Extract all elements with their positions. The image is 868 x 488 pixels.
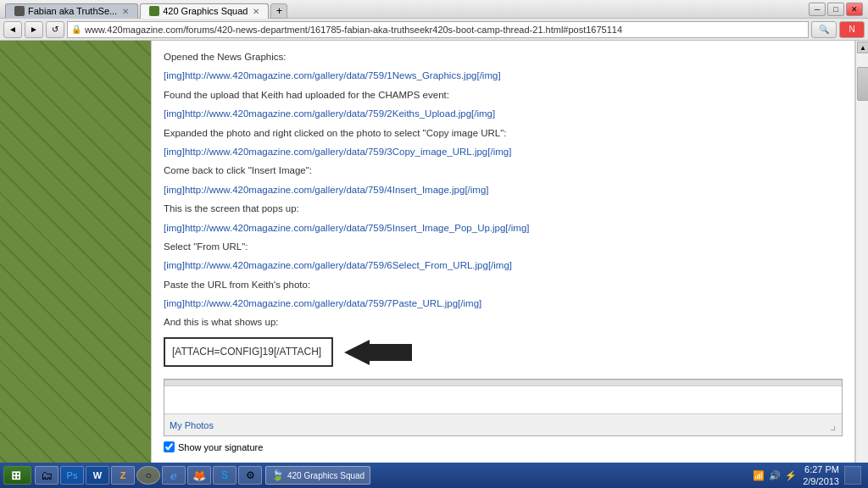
post-link-1[interactable]: [img]http://www.420magazine.com/gallery/… [164,70,501,80]
post-line-1: [img]http://www.420magazine.com/gallery/… [164,68,843,83]
taskbar-right: 📶 🔊 ⚡ 6:27 PM 2/9/2013 [752,463,865,488]
tab-close-1[interactable]: ✕ [253,7,259,16]
post-line-14: And this is what shows up: [164,314,843,330]
minimize-button[interactable]: ─ [809,3,826,16]
reload-button[interactable]: ↺ [46,21,64,38]
attach-code-text: [ATTACH=CONFIG]19[/ATTACH] [172,346,321,358]
attach-box-container: [ATTACH=CONFIG]19[/ATTACH] [164,337,843,367]
taskbar-window-favicon: 🍃 [271,469,284,481]
browser-viewport: Opened the News Graphics: [img]http://ww… [0,41,868,468]
tab-bar: Fabian aka TruthSe... ✕ 420 Graphics Squ… [5,0,287,19]
taskbar-app-fox[interactable]: 🦊 [187,466,211,485]
taskbar-app-other[interactable]: ⚙ [238,466,262,485]
security-icon: 🔒 [71,25,81,34]
tray-icon-volume[interactable]: 🔊 [768,469,782,482]
tab-close-0[interactable]: ✕ [122,7,129,16]
window-controls: ─ □ ✕ [809,3,863,16]
svg-marker-0 [344,340,412,365]
system-tray: 📶 🔊 ⚡ [752,469,798,482]
post-line-2: Found the upload that Keith had uploaded… [164,87,843,103]
system-clock[interactable]: 6:27 PM 2/9/2013 [803,463,839,488]
editor-toolbar [164,380,842,385]
scroll-thumb[interactable] [857,67,868,101]
tab-label-1: 420 Graphics Squad [163,6,248,16]
taskbar-open-420-window[interactable]: 🍃 420 Graphics Squad [265,466,370,485]
tray-icon-power[interactable]: ⚡ [784,469,798,482]
post-content: Opened the News Graphics: [img]http://ww… [152,41,854,379]
address-bar[interactable]: 🔒 www.420magazine.com/forums/420-news-de… [67,21,809,38]
tab-favicon-1 [149,6,159,16]
post-line-5: [img]http://www.420magazine.com/gallery/… [164,144,843,159]
post-line-8: This is the screen that pops up: [164,201,843,216]
navigation-bar: ◄ ► ↺ 🔒 www.420magazine.com/forums/420-n… [0,19,868,41]
start-button[interactable]: ⊞ [3,466,31,485]
search-go-button[interactable]: 🔍 [811,21,837,38]
center-content: Opened the News Graphics: [img]http://ww… [151,41,855,468]
taskbar-app-ie[interactable]: ℯ [162,466,186,485]
tab-favicon-0 [14,6,25,16]
tab-0[interactable]: Fabian aka TruthSe... ✕ [5,3,138,19]
taskbar-app-word[interactable]: W [86,466,109,485]
left-sidebar [0,41,151,468]
post-line-13: [img]http://www.420magazine.com/gallery/… [164,296,843,311]
my-photos-label[interactable]: My Photos [170,420,214,430]
editor-area: My Photos ⌟ [164,379,843,436]
post-link-7[interactable]: [img]http://www.420magazine.com/gallery/… [164,185,489,195]
post-line-12: Paste the URL from Keith's photo: [164,277,843,292]
clock-date: 2/9/2013 [803,475,839,487]
signature-section: Show your signature [152,436,854,458]
forward-button[interactable]: ► [25,21,43,38]
url-text: www.420magazine.com/forums/420-news-depa… [85,25,622,35]
post-link-5[interactable]: [img]http://www.420magazine.com/gallery/… [164,147,511,157]
post-link-13[interactable]: [img]http://www.420magazine.com/gallery/… [164,298,481,308]
arrow-icon [344,340,412,365]
post-link-9[interactable]: [img]http://www.420magazine.com/gallery/… [164,223,530,233]
taskbar-app-explorer[interactable]: 🗂 [35,466,58,485]
new-tab-indicator[interactable]: N [839,21,865,38]
text-editor[interactable] [164,385,842,411]
taskbar: ⊞ 🗂 Ps W Z ○ ℯ 🦊 S ⚙ 🍃 420 Graphics Squa… [0,463,868,488]
show-signature-label: Show your signature [178,442,263,452]
tab-1[interactable]: 420 Graphics Squad ✕ [140,3,269,19]
attach-code-box: [ATTACH=CONFIG]19[/ATTACH] [164,337,333,367]
editor-footer: My Photos ⌟ [164,413,842,435]
taskbar-app-skype[interactable]: S [213,466,236,485]
post-line-3: [img]http://www.420magazine.com/gallery/… [164,106,843,121]
back-button[interactable]: ◄ [3,21,22,38]
maximize-button[interactable]: □ [827,3,844,16]
taskbar-apps: 🗂 Ps W Z ○ ℯ 🦊 S ⚙ [35,466,262,485]
taskbar-window-label: 420 Graphics Squad [287,471,364,480]
post-line-7: [img]http://www.420magazine.com/gallery/… [164,182,843,197]
post-line-10: Select "From URL": [164,239,843,254]
show-signature-checkbox[interactable] [164,441,175,452]
title-bar: Fabian aka TruthSe... ✕ 420 Graphics Squ… [0,0,868,19]
post-line-11: [img]http://www.420magazine.com/gallery/… [164,258,843,273]
post-line-6: Come back to click "Insert Image": [164,163,843,178]
main-layout: Opened the News Graphics: [img]http://ww… [0,41,868,468]
post-link-11[interactable]: [img]http://www.420magazine.com/gallery/… [164,260,512,270]
tab-label-0: Fabian aka TruthSe... [28,6,117,16]
close-button[interactable]: ✕ [846,3,863,16]
taskbar-app-ps[interactable]: Ps [60,466,84,485]
resize-handle[interactable]: ⌟ [830,417,837,433]
post-line-0: Opened the News Graphics: [164,49,843,64]
clock-time: 6:27 PM [803,463,839,475]
scroll-up-button[interactable]: ▲ [857,42,868,53]
show-desktop-button[interactable] [844,466,861,485]
taskbar-app-winrar[interactable]: Z [111,466,135,485]
new-tab-button[interactable]: + [270,3,287,19]
post-link-3[interactable]: [img]http://www.420magazine.com/gallery/… [164,108,495,119]
taskbar-app-circle[interactable]: ○ [136,466,160,485]
post-line-9: [img]http://www.420magazine.com/gallery/… [164,220,843,236]
tray-icon-network[interactable]: 📶 [752,469,765,482]
right-scrollbar[interactable]: ▲ ▼ [855,41,868,468]
post-line-4: Expanded the photo and right clicked on … [164,125,843,141]
browser-window: Fabian aka TruthSe... ✕ 420 Graphics Squ… [0,0,868,463]
